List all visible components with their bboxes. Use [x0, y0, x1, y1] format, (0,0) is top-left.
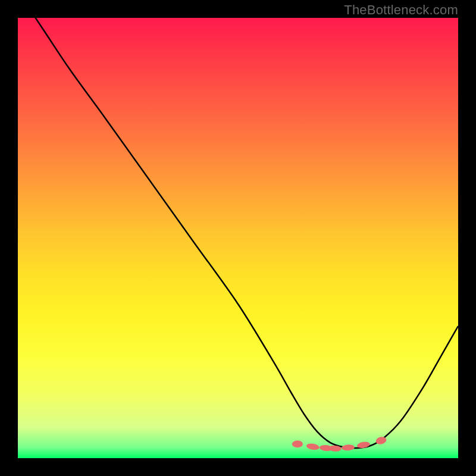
watermark-text: TheBottleneck.com: [344, 2, 458, 18]
plot-area: [18, 18, 458, 458]
curve-svg: [18, 18, 458, 458]
optimum-dot: [306, 443, 320, 451]
optimum-marker-group: [292, 436, 387, 452]
bottleneck-curve: [18, 18, 458, 448]
chart-container: TheBottleneck.com: [0, 0, 476, 476]
optimum-dot: [292, 440, 303, 447]
optimum-dot: [342, 444, 355, 451]
